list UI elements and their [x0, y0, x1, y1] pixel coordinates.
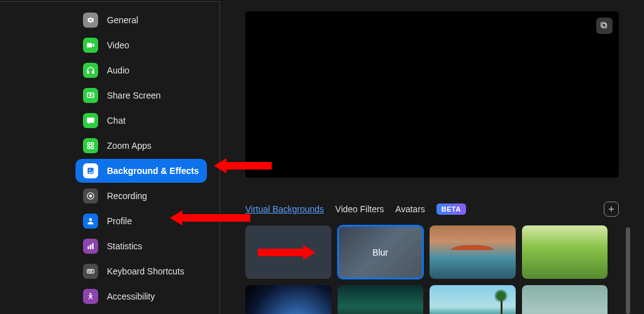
svg-point-18 — [91, 271, 92, 271]
sidebar-item-label: Audio — [107, 65, 130, 75]
svg-point-20 — [90, 293, 92, 295]
background-option-window[interactable] — [522, 285, 608, 314]
background-option-grass[interactable] — [522, 225, 608, 279]
video-preview — [245, 11, 619, 178]
video-icon — [83, 38, 98, 53]
sidebar-item-label: Share Screen — [107, 90, 161, 100]
svg-rect-6 — [91, 146, 94, 149]
svg-point-17 — [90, 271, 91, 271]
sidebar-item-label: Zoom Apps — [107, 141, 152, 151]
svg-rect-13 — [90, 245, 91, 249]
sidebar-item-label: Accessibility — [107, 291, 155, 301]
sidebar-item-label: Recording — [107, 191, 147, 201]
background-option-blur[interactable]: Blur — [338, 225, 424, 279]
svg-rect-5 — [87, 146, 90, 149]
sidebar-item-video[interactable]: Video — [75, 33, 207, 57]
background-option-bridge[interactable] — [430, 225, 516, 279]
background-option-beach[interactable] — [430, 285, 516, 314]
sidebar-item-recording[interactable]: Recording — [75, 184, 207, 208]
sidebar-item-label: General — [107, 15, 138, 25]
scrollbar[interactable] — [626, 227, 630, 314]
background-tabs: Virtual Backgrounds Video Filters Avatar… — [245, 202, 619, 217]
sidebar-item-share-screen[interactable]: Share Screen — [75, 84, 207, 107]
svg-point-10 — [89, 195, 92, 198]
svg-rect-22 — [601, 23, 606, 27]
stats-icon — [83, 239, 98, 254]
sidebar-item-zoom-apps[interactable]: Zoom Apps — [75, 134, 207, 158]
main-panel: Virtual Backgrounds Video Filters Avatar… — [220, 0, 644, 314]
sidebar-item-label: Background & Effects — [107, 166, 199, 176]
svg-rect-21 — [602, 24, 607, 28]
svg-rect-0 — [87, 71, 89, 73]
sidebar-item-chat[interactable]: Chat — [75, 109, 207, 133]
rotate-camera-button[interactable] — [596, 18, 613, 34]
tab-video-filters[interactable]: Video Filters — [335, 204, 384, 214]
background-icon — [83, 163, 98, 178]
settings-sidebar: General Video Audio Share Screen Chat Zo… — [0, 1, 220, 314]
svg-rect-4 — [91, 143, 94, 145]
sidebar-item-label: Statistics — [107, 241, 142, 251]
sidebar-item-label: Video — [107, 40, 130, 50]
sidebar-item-general[interactable]: General — [75, 8, 207, 32]
sidebar-item-statistics[interactable]: Statistics — [75, 234, 207, 258]
svg-rect-1 — [92, 71, 94, 73]
svg-rect-3 — [87, 143, 90, 145]
annotation-arrow — [170, 210, 250, 225]
sidebar-item-background-effects[interactable]: Background & Effects — [75, 159, 207, 183]
svg-rect-14 — [92, 243, 93, 249]
sidebar-item-keyboard-shortcuts[interactable]: Keyboard Shortcuts — [75, 259, 207, 283]
sidebar-item-label: Profile — [107, 216, 132, 226]
background-grid: Blur — [245, 225, 619, 314]
svg-point-11 — [89, 218, 92, 221]
headphones-icon — [83, 63, 98, 78]
sidebar-item-accessibility[interactable]: Accessibility — [75, 284, 207, 308]
sidebar-item-audio[interactable]: Audio — [75, 58, 207, 82]
svg-point-16 — [89, 271, 89, 271]
record-icon — [83, 188, 98, 203]
apps-icon — [83, 138, 98, 153]
profile-icon — [83, 214, 98, 229]
sidebar-item-label: Chat — [107, 116, 126, 126]
tab-avatars[interactable]: Avatars — [396, 204, 425, 214]
chat-icon — [83, 113, 98, 128]
keyboard-icon — [83, 264, 98, 279]
annotation-arrow — [258, 245, 316, 260]
tab-virtual-backgrounds[interactable]: Virtual Backgrounds — [245, 204, 324, 214]
background-label: Blur — [372, 247, 388, 257]
background-option-aurora[interactable] — [338, 285, 424, 314]
annotation-arrow — [214, 158, 272, 173]
accessibility-icon — [83, 289, 98, 304]
sidebar-item-label: Keyboard Shortcuts — [107, 266, 184, 276]
background-option-earth[interactable] — [245, 285, 331, 314]
svg-rect-12 — [87, 246, 89, 249]
add-background-button[interactable] — [604, 202, 619, 217]
share-icon — [83, 88, 98, 103]
beta-badge: BETA — [436, 203, 466, 215]
svg-point-8 — [89, 170, 91, 171]
gear-icon — [83, 13, 98, 28]
